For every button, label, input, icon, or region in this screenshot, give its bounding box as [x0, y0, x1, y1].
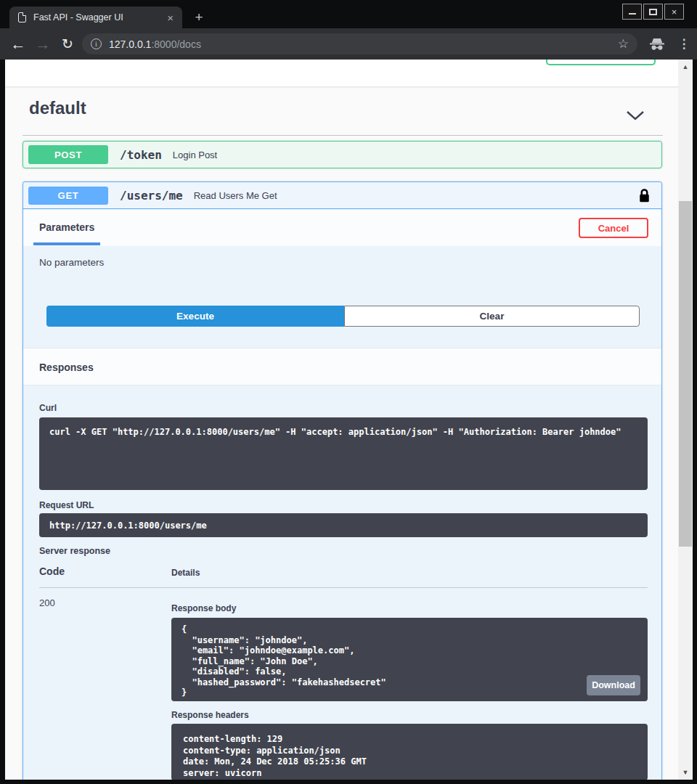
responses-header: Responses	[23, 348, 661, 385]
post-path: /token	[120, 148, 162, 162]
url-path: :8000/docs	[151, 38, 201, 50]
responses-section: Curl curl -X GET "http://127.0.0.1:8000/…	[23, 385, 661, 780]
scroll-down-icon[interactable]: ▼	[678, 767, 693, 778]
code-column-header: Code	[39, 565, 65, 577]
get-path: /users/me	[120, 189, 183, 203]
request-url: http://127.0.0.1:8000/users/me	[39, 513, 648, 538]
page-scrollbar[interactable]: ▲ ▼	[678, 60, 693, 780]
new-tab-button[interactable]: +	[190, 9, 208, 26]
lock-icon[interactable]	[639, 188, 650, 203]
browser-toolbar: ← → ↻ i 127.0.0.1:8000/docs ☆ ⋮	[0, 28, 697, 60]
details-column-header: Details	[171, 568, 200, 578]
back-icon[interactable]: ←	[6, 28, 30, 60]
bookmark-star-icon[interactable]: ☆	[618, 36, 629, 52]
authorize-button[interactable]	[546, 60, 656, 65]
response-body-block[interactable]: { "username": "johndoe", "email": "johnd…	[171, 618, 648, 701]
parameters-header: Parameters Cancel	[23, 210, 661, 246]
scroll-up-icon[interactable]: ▲	[678, 61, 693, 73]
curl-code-block[interactable]: curl -X GET "http://127.0.0.1:8000/users…	[39, 417, 648, 490]
tab-title: Fast API - Swagger UI	[33, 12, 164, 23]
page-icon	[18, 12, 26, 23]
server-response-label: Server response	[39, 546, 110, 556]
scheme-section	[5, 60, 678, 86]
post-summary: Login Post	[173, 150, 217, 160]
tab-parameters[interactable]: Parameters	[39, 221, 94, 233]
url-text[interactable]: 127.0.0.1:8000/docs	[109, 38, 201, 50]
browser-tab[interactable]: Fast API - Swagger UI ×	[9, 7, 182, 28]
address-bar[interactable]: i 127.0.0.1:8000/docs ☆	[82, 33, 637, 54]
get-summary-row[interactable]: GET /users/me Read Users Me Get	[23, 182, 661, 209]
title-bar: Fast API - Swagger UI × + ×	[0, 0, 697, 28]
section-title: default	[29, 98, 86, 118]
post-method-badge[interactable]: POST	[28, 145, 108, 164]
response-headers-block[interactable]: content-length: 129 content-type: applic…	[171, 724, 648, 780]
download-button[interactable]: Download	[587, 675, 640, 695]
status-code: 200	[39, 597, 55, 608]
parameters-body: No parameters Execute Clear	[23, 246, 661, 348]
response-headers-text: content-length: 129 content-type: applic…	[171, 724, 648, 780]
url-host: 127.0.0.1	[109, 38, 151, 50]
minimize-icon	[629, 13, 636, 15]
forward-icon: →	[30, 28, 55, 60]
close-button[interactable]: ×	[664, 4, 684, 20]
request-url-label: Request URL	[39, 500, 94, 510]
response-table-divider	[39, 587, 648, 588]
clear-button[interactable]: Clear	[344, 306, 640, 327]
opblock-get-users-me: GET /users/me Read Users Me Get Paramete…	[23, 181, 662, 780]
no-parameters-text: No parameters	[39, 257, 104, 268]
tab-active-underline	[33, 242, 100, 245]
chevron-down-icon[interactable]	[626, 110, 645, 124]
reload-icon[interactable]: ↻	[55, 28, 80, 60]
get-summary: Read Users Me Get	[194, 190, 277, 201]
opblock-post-token[interactable]: POST /token Login Post	[23, 141, 662, 168]
tab-close-icon[interactable]: ×	[164, 12, 176, 24]
response-headers-label: Response headers	[171, 710, 249, 720]
browser-menu-icon[interactable]: ⋮	[673, 28, 695, 60]
response-body-json: { "username": "johndoe", "email": "johnd…	[171, 618, 648, 705]
section-divider	[23, 135, 663, 136]
execute-button[interactable]: Execute	[46, 306, 344, 327]
request-url-block[interactable]: http://127.0.0.1:8000/users/me	[39, 513, 648, 537]
scrollbar-thumb[interactable]	[679, 201, 692, 547]
responses-title: Responses	[39, 362, 94, 373]
browser-window: Fast API - Swagger UI × + × ← → ↻ i 127.…	[0, 0, 697, 784]
curl-label: Curl	[39, 403, 57, 413]
swagger-page: default POST /token Login Post GET /user…	[5, 60, 678, 780]
minimize-button[interactable]	[622, 4, 642, 20]
cancel-button[interactable]: Cancel	[579, 218, 648, 238]
get-method-badge[interactable]: GET	[28, 187, 108, 205]
incognito-icon	[648, 38, 666, 54]
response-body-label: Response body	[171, 603, 236, 613]
site-info-icon[interactable]: i	[91, 38, 102, 49]
maximize-icon	[649, 9, 657, 15]
maximize-button[interactable]	[643, 4, 663, 20]
curl-command: curl -X GET "http://127.0.0.1:8000/users…	[39, 417, 648, 446]
